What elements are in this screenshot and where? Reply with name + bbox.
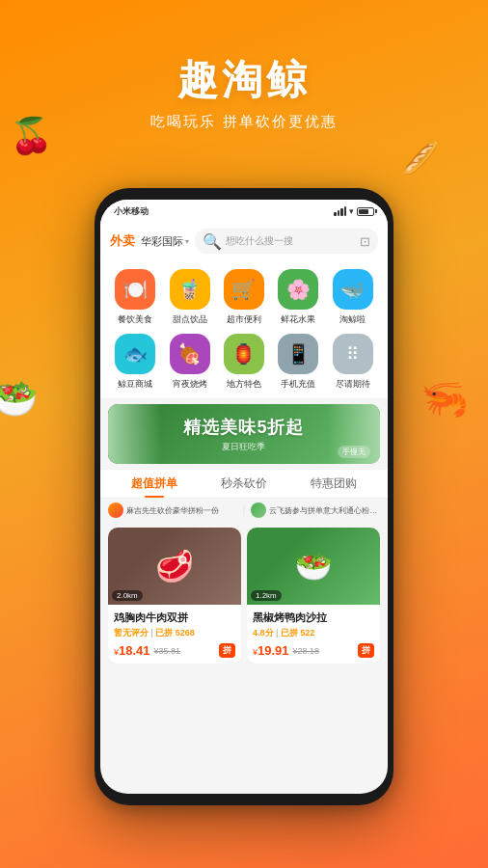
category-item-flowers[interactable]: 🌸 鲜花水果 xyxy=(271,269,325,326)
category-icon-phone: 📱 xyxy=(278,334,318,374)
product-price-1: ¥18.41 xyxy=(114,643,150,658)
shrimp-decoration: 🦐 xyxy=(420,376,488,453)
category-label-drinks: 甜点饮品 xyxy=(173,313,207,326)
category-label-mall: 鲸豆商城 xyxy=(118,378,152,391)
category-icon-local: 🏮 xyxy=(224,334,264,374)
app-title-area: 趣淘鲸 吃喝玩乐 拼单砍价更优惠 xyxy=(0,53,488,131)
product-distance-2: 1.2km xyxy=(251,590,282,601)
app-subtitle: 吃喝玩乐 拼单砍价更优惠 xyxy=(0,113,488,131)
promo-avatar-1 xyxy=(108,502,123,518)
product-image-1: 🥩 2.0km xyxy=(108,528,241,605)
product-name-1: 鸡胸肉牛肉双拼 xyxy=(114,610,235,625)
product-info-1: 鸡胸肉牛肉双拼 暂无评分 | 已拼 5268 ¥18.41 ¥35.81 拼 xyxy=(108,605,241,664)
products-grid: 🥩 2.0km 鸡胸肉牛肉双拼 暂无评分 | 已拼 5268 ¥18.41 ¥3… xyxy=(100,522,388,669)
product-price-2: ¥19.91 xyxy=(253,643,289,658)
location-text: 华彩国际 xyxy=(141,234,183,249)
status-icons: ▾ xyxy=(334,206,374,216)
promo-item-1: 麻吉先生砍价豪华拼粉一份 xyxy=(108,502,237,518)
category-label-phone: 手机充值 xyxy=(281,378,315,391)
category-icon-whale: 🐳 xyxy=(333,269,373,310)
category-label-more: 尽请期待 xyxy=(336,378,370,391)
banner-main-text: 精选美味5折起 xyxy=(183,416,304,439)
category-item-local[interactable]: 🏮 地方特色 xyxy=(217,334,271,391)
pinjie-badge-1[interactable]: 拼 xyxy=(219,643,235,658)
chevron-down-icon: ▾ xyxy=(185,237,189,246)
product-pricing-2: ¥19.91 ¥28.18 拼 xyxy=(253,643,374,658)
category-icon-drinks: 🧋 xyxy=(170,269,210,310)
product-info-2: 黑椒烤鸭肉沙拉 4.8分 | 已拼 522 ¥19.91 ¥28.18 拼 xyxy=(247,605,380,664)
category-icon-mall: 🐟 xyxy=(115,334,155,374)
scan-icon: ⊡ xyxy=(360,234,370,249)
category-label-flowers: 鲜花水果 xyxy=(281,313,315,326)
product-card-1[interactable]: 🥩 2.0km 鸡胸肉牛肉双拼 暂无评分 | 已拼 5268 ¥18.41 ¥3… xyxy=(108,528,241,664)
category-item-food[interactable]: 🍽️ 餐饮美食 xyxy=(108,269,162,326)
carrier-label: 小米移动 xyxy=(114,205,149,218)
product-price-original-2: ¥28.18 xyxy=(293,646,320,656)
banner-sub-text: 夏日狂吃季 xyxy=(183,441,304,453)
phone-mockup: 小米移动 ▾ 外卖 华彩国际 ▾ 🔍 xyxy=(95,188,393,805)
product-pricing-1: ¥18.41 ¥35.81 拼 xyxy=(114,643,235,658)
category-item-mart[interactable]: 🛒 超市便利 xyxy=(217,269,271,326)
category-icon-mart: 🛒 xyxy=(224,269,264,310)
category-icon-food: 🍽️ xyxy=(115,269,155,310)
product-rating-1: 暂无评分 | 已拼 5268 xyxy=(114,627,235,639)
promo-item-2: 云飞扬参与拼单意大利通心粉一份 xyxy=(251,502,380,518)
category-item-whale[interactable]: 🐳 淘鲸啦 xyxy=(326,269,380,326)
phone-screen: 小米移动 ▾ 外卖 华彩国际 ▾ 🔍 xyxy=(100,200,388,794)
bread-decoration: 🥖 xyxy=(401,140,474,178)
product-rating-2: 4.8分 | 已拼 522 xyxy=(253,627,374,639)
promo-banner[interactable]: 精选美味5折起 夏日狂吃季 手慢无 xyxy=(108,404,380,464)
promo-avatar-2 xyxy=(251,502,266,518)
banner-tag: 手慢无 xyxy=(338,446,370,458)
product-name-2: 黑椒烤鸭肉沙拉 xyxy=(253,610,374,625)
category-item-more[interactable]: ⠿ 尽请期待 xyxy=(326,334,380,391)
tab-group-buy[interactable]: 特惠团购 xyxy=(288,475,378,498)
tab-super-deal[interactable]: 超值拼单 xyxy=(110,475,200,498)
product-image-2: 🥗 1.2km xyxy=(247,528,380,605)
product-price-original-1: ¥35.81 xyxy=(154,646,181,656)
category-icon-bbq: 🍖 xyxy=(170,334,210,374)
search-bar[interactable]: 🔍 想吃什么搜一搜 ⊡ xyxy=(195,229,378,254)
pinjie-badge-2[interactable]: 拼 xyxy=(358,643,374,658)
search-icon: 🔍 xyxy=(203,232,222,251)
search-placeholder: 想吃什么搜一搜 xyxy=(226,234,293,248)
promo-text-2: 云飞扬参与拼单意大利通心粉一份 xyxy=(269,505,380,516)
categories-grid: 🍽️ 餐饮美食 🧋 甜点饮品 🛒 超市便利 🌸 鲜花水果 🐳 淘鲸啦 🐟 xyxy=(100,259,388,398)
signal-icon xyxy=(334,206,346,216)
battery-icon xyxy=(357,207,374,216)
category-label-mart: 超市便利 xyxy=(227,313,261,326)
tab-flash-sale[interactable]: 秒杀砍价 xyxy=(200,475,289,498)
status-bar: 小米移动 ▾ xyxy=(100,200,388,223)
product-card-2[interactable]: 🥗 1.2km 黑椒烤鸭肉沙拉 4.8分 | 已拼 522 ¥19.91 ¥28… xyxy=(247,528,380,664)
header-bar: 外卖 华彩国际 ▾ 🔍 想吃什么搜一搜 ⊡ xyxy=(100,223,388,259)
banner-food-left xyxy=(108,404,161,464)
product-distance-1: 2.0km xyxy=(112,590,143,601)
category-item-mall[interactable]: 🐟 鲸豆商城 xyxy=(108,334,162,391)
category-item-drinks[interactable]: 🧋 甜点饮品 xyxy=(162,269,216,326)
promo-text-1: 麻吉先生砍价豪华拼粉一份 xyxy=(126,505,219,516)
salad-decoration: 🥗 xyxy=(0,376,68,453)
category-item-phone[interactable]: 📱 手机充值 xyxy=(271,334,325,391)
category-label-whale: 淘鲸啦 xyxy=(339,313,366,326)
category-icon-flowers: 🌸 xyxy=(278,269,318,310)
tabs-row: 超值拼单 秒杀砍价 特惠团购 xyxy=(100,470,388,499)
promo-activity-row: 麻吉先生砍价豪华拼粉一份 | 云飞扬参与拼单意大利通心粉一份 xyxy=(100,499,388,522)
category-item-bbq[interactable]: 🍖 宵夜烧烤 xyxy=(162,334,216,391)
app-title: 趣淘鲸 xyxy=(0,53,488,107)
category-label-local: 地方特色 xyxy=(227,378,261,391)
category-label-bbq: 宵夜烧烤 xyxy=(173,378,207,391)
promo-divider: | xyxy=(243,505,246,516)
location-selector[interactable]: 华彩国际 ▾ xyxy=(141,234,189,249)
wifi-icon: ▾ xyxy=(349,206,354,216)
category-label-food: 餐饮美食 xyxy=(118,313,152,326)
category-icon-more: ⠿ xyxy=(333,334,373,374)
waimai-label: 外卖 xyxy=(110,232,135,250)
